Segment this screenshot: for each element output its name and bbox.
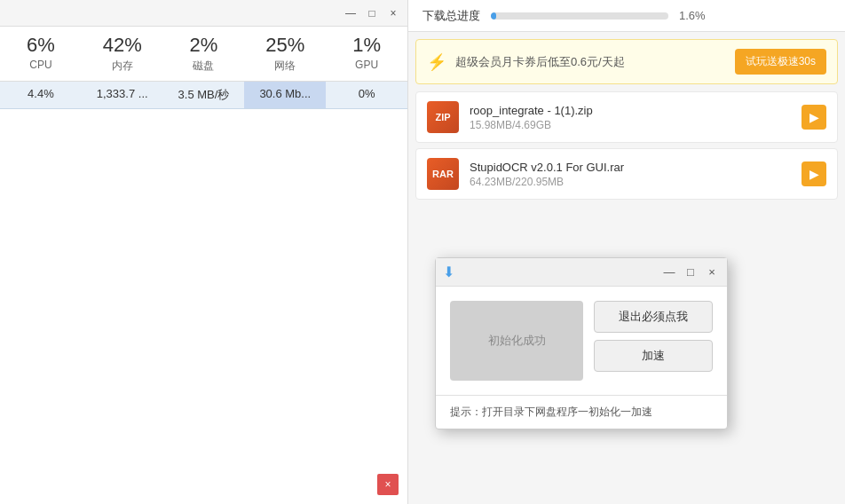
progress-fill (491, 12, 496, 20)
popup-download-icon: ⬇ (443, 264, 454, 280)
header-cell-CPU: 6%CPU (0, 30, 82, 77)
file-size-1: 64.23MB/220.95MB (470, 176, 791, 188)
row-cell-3: 30.6 Mb... (244, 82, 326, 108)
download-item-1: RAR StupidOCR v2.0.1 For GUI.rar 64.23MB… (415, 148, 838, 200)
popup-footer: 提示：打开目录下网盘程序一初始化一加速 (436, 395, 727, 429)
task-manager: — □ × 6%CPU42%内存2%磁盘25%网络1%GPU 4.4%1,333… (0, 0, 408, 504)
rec-text: 超级会员月卡券后低至0.6元/天起 (455, 54, 726, 70)
popup-titlebar-buttons: — □ × (661, 264, 720, 280)
download-action-btn-0[interactable]: ▶ (802, 105, 826, 130)
recommendation-banner: ⚡ 超级会员月卡券后低至0.6元/天起 试玩送极速30s (415, 39, 838, 84)
file-info-0: roop_integrate - 1(1).zip 15.98MB/4.69GB (470, 104, 791, 131)
file-info-1: StupidOCR v2.0.1 For GUI.rar 64.23MB/220… (470, 161, 791, 188)
download-items-list: ZIP roop_integrate - 1(1).zip 15.98MB/4.… (408, 91, 845, 200)
lightning-icon: ⚡ (427, 52, 446, 72)
header-cell-磁盘: 2%磁盘 (163, 30, 245, 77)
task-manager-titlebar: — □ × (0, 0, 407, 27)
popup-preview: 初始化成功 (450, 301, 583, 381)
download-action-btn-1[interactable]: ▶ (802, 161, 826, 186)
file-size-0: 15.98MB/4.69GB (470, 119, 791, 131)
corner-close-button[interactable]: × (377, 474, 399, 495)
popup-dialog: ⬇ — □ × 初始化成功 退出必须点我 加速 提示：打开目录下网盘程序一初始化… (435, 257, 728, 429)
file-name-0: roop_integrate - 1(1).zip (470, 104, 791, 117)
popup-titlebar: ⬇ — □ × (436, 258, 727, 287)
header-cell-内存: 42%内存 (82, 30, 163, 77)
row-cell-1: 1,333.7 ... (82, 82, 163, 108)
header-cell-网络: 25%网络 (244, 30, 326, 77)
row-cell-4: 0% (326, 82, 407, 108)
file-icon-zip: ZIP (427, 101, 459, 133)
minimize-button[interactable]: — (344, 6, 358, 20)
accelerate-button[interactable]: 加速 (594, 340, 713, 372)
row-cell-2: 3.5 MB/秒 (163, 82, 245, 108)
exit-button[interactable]: 退出必须点我 (594, 301, 713, 333)
progress-track (491, 12, 668, 20)
popup-actions: 退出必须点我 加速 (594, 301, 713, 381)
progress-label: 下载总进度 (422, 8, 480, 24)
download-item-0: ZIP roop_integrate - 1(1).zip 15.98MB/4.… (415, 91, 838, 143)
task-manager-header: 6%CPU42%内存2%磁盘25%网络1%GPU (0, 27, 407, 82)
popup-close-button[interactable]: × (704, 264, 720, 280)
popup-minimize-button[interactable]: — (661, 264, 677, 280)
task-manager-row: 4.4%1,333.7 ...3.5 MB/秒30.6 Mb...0% (0, 82, 407, 109)
popup-maximize-button[interactable]: □ (683, 264, 699, 280)
popup-content: 初始化成功 退出必须点我 加速 (436, 287, 727, 395)
row-cell-0: 4.4% (0, 82, 82, 108)
progress-value: 1.6% (679, 9, 706, 22)
file-icon-rar: RAR (427, 158, 459, 190)
file-name-1: StupidOCR v2.0.1 For GUI.rar (470, 161, 791, 174)
download-progress-bar: 下载总进度 1.6% (408, 0, 845, 32)
maximize-button[interactable]: □ (365, 6, 379, 20)
rec-button[interactable]: 试玩送极速30s (735, 49, 826, 75)
header-cell-GPU: 1%GPU (326, 30, 407, 77)
close-button[interactable]: × (386, 6, 400, 20)
